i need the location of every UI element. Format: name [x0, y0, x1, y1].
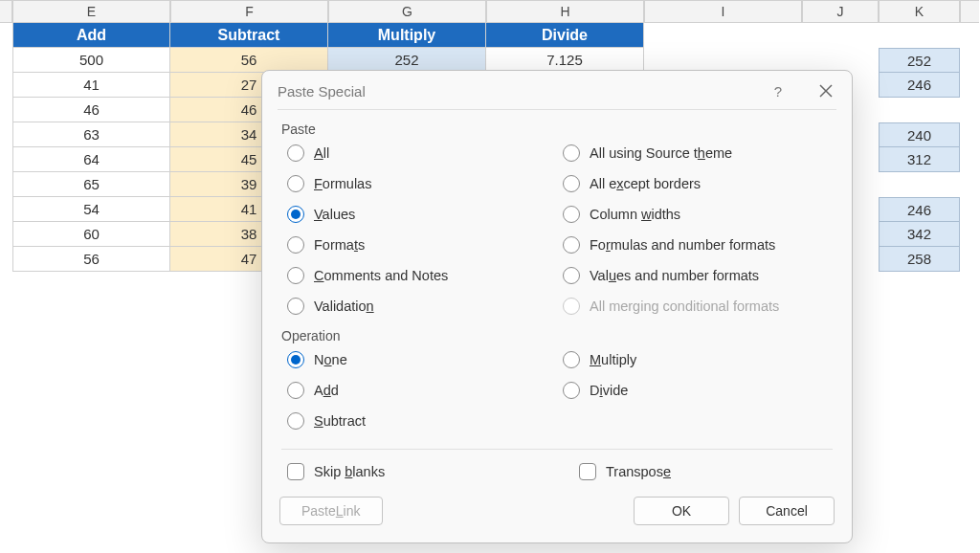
cancel-button[interactable]: Cancel — [739, 497, 835, 525]
checkbox-label: Transpose — [606, 464, 671, 479]
cell-k[interactable]: 246 — [879, 73, 960, 98]
opt-label: Formulas — [314, 176, 371, 191]
radio-icon — [563, 206, 580, 223]
radio-icon — [287, 298, 304, 315]
cell-e[interactable]: 500 — [12, 48, 170, 73]
cell-k[interactable]: 342 — [879, 222, 960, 247]
cell-e[interactable]: 41 — [12, 73, 170, 98]
col-header-g[interactable]: G — [328, 0, 486, 23]
opt-label: Add — [314, 383, 339, 398]
paste-special-dialog: Paste Special ? Paste All Formulas Value… — [261, 70, 853, 543]
radio-icon — [563, 236, 580, 254]
radio-icon — [287, 351, 304, 368]
cell-j-hdr[interactable] — [802, 23, 879, 48]
opt-none[interactable]: None — [281, 349, 557, 370]
opt-subtract[interactable]: Subtract — [281, 410, 557, 431]
opt-label: Divide — [590, 383, 628, 398]
cell-k[interactable]: 246 — [879, 197, 960, 222]
opt-values-numfmt[interactable]: Values and number formats — [557, 265, 833, 286]
paste-col-left: All Formulas Values Formats Comments and… — [281, 143, 557, 322]
col-header-i[interactable]: I — [644, 0, 802, 23]
hdr-multiply[interactable]: Multiply — [328, 23, 486, 48]
opt-label: Values and number formats — [590, 268, 759, 283]
edge — [0, 98, 12, 122]
paste-options-grid: All Formulas Values Formats Comments and… — [281, 143, 833, 322]
opt-merging-cond: All merging conditional formats — [557, 296, 833, 317]
cell-k[interactable]: 258 — [879, 247, 960, 272]
radio-icon — [563, 175, 580, 192]
opt-col-widths[interactable]: Column widths — [557, 204, 833, 225]
opt-label: Validation — [314, 299, 374, 314]
radio-icon — [287, 382, 304, 399]
cell-e[interactable]: 64 — [12, 147, 170, 172]
cell-k[interactable]: 252 — [879, 48, 960, 73]
edge — [0, 23, 12, 48]
opt-comments[interactable]: Comments and Notes — [281, 265, 557, 286]
hdr-divide[interactable]: Divide — [486, 23, 644, 48]
cell-k[interactable] — [879, 172, 960, 197]
radio-icon — [287, 267, 304, 284]
operation-section-label: Operation — [281, 328, 833, 343]
cell-k[interactable]: 240 — [879, 122, 960, 147]
edge — [0, 122, 12, 147]
col-header-j[interactable]: J — [802, 0, 879, 23]
radio-icon — [287, 144, 304, 162]
opt-formulas[interactable]: Formulas — [281, 173, 557, 194]
edge — [0, 147, 12, 172]
operation-options-grid: None Add Subtract Multiply Divide — [281, 349, 833, 437]
cell-e[interactable]: 60 — [12, 222, 170, 247]
dialog-titlebar: Paste Special ? — [262, 71, 852, 109]
hdr-subtract[interactable]: Subtract — [170, 23, 328, 48]
paste-col-right: All using Source theme All except border… — [557, 143, 833, 322]
opt-formulas-numfmt[interactable]: Formulas and number formats — [557, 234, 833, 255]
radio-icon — [563, 351, 580, 368]
radio-icon — [563, 382, 580, 399]
opt-all[interactable]: All — [281, 143, 557, 164]
opt-label: All — [314, 145, 329, 161]
cell-i-hdr[interactable] — [644, 23, 802, 48]
opt-except-borders[interactable]: All except borders — [557, 173, 833, 194]
column-headers-row: E F G H I J K — [0, 0, 979, 23]
opt-add[interactable]: Add — [281, 380, 557, 401]
col-header-edge-r — [960, 0, 979, 23]
edge — [0, 48, 12, 73]
ok-button[interactable]: OK — [634, 497, 729, 525]
col-header-e[interactable]: E — [12, 0, 170, 23]
opt-multiply[interactable]: Multiply — [557, 349, 833, 370]
op-col-right: Multiply Divide — [557, 349, 833, 437]
opt-label: Multiply — [590, 352, 636, 367]
radio-icon — [287, 412, 304, 430]
cell-k-hdr[interactable] — [879, 23, 960, 48]
col-header-h[interactable]: H — [486, 0, 644, 23]
opt-label: Subtract — [314, 413, 366, 429]
hdr-add[interactable]: Add — [12, 23, 170, 48]
opt-divide[interactable]: Divide — [557, 380, 833, 401]
op-col-left: None Add Subtract — [281, 349, 557, 437]
dialog-body: Paste All Formulas Values Formats Commen… — [262, 110, 852, 483]
cell-e[interactable]: 46 — [12, 98, 170, 122]
cell-e[interactable]: 54 — [12, 197, 170, 222]
help-button[interactable]: ? — [769, 83, 787, 100]
checkbox-label: Skip blanks — [314, 464, 385, 479]
opt-formats[interactable]: Formats — [281, 234, 557, 255]
cell-k[interactable]: 312 — [879, 147, 960, 172]
paste-link-button: Paste Link — [279, 497, 383, 525]
cell-k[interactable] — [879, 98, 960, 122]
edge — [0, 197, 12, 222]
opt-label: All except borders — [590, 176, 701, 191]
close-button[interactable] — [815, 80, 836, 101]
radio-icon — [287, 236, 304, 254]
cell-e[interactable]: 65 — [12, 172, 170, 197]
cell-e[interactable]: 56 — [12, 247, 170, 272]
skip-blanks-checkbox[interactable]: Skip blanks — [287, 463, 541, 480]
opt-label: Formats — [314, 237, 365, 253]
opt-src-theme[interactable]: All using Source theme — [557, 143, 833, 164]
radio-icon — [287, 175, 304, 192]
col-header-f[interactable]: F — [170, 0, 328, 23]
opt-label: All merging conditional formats — [590, 299, 779, 314]
opt-validation[interactable]: Validation — [281, 296, 557, 317]
cell-e[interactable]: 63 — [12, 122, 170, 147]
transpose-checkbox[interactable]: Transpose — [579, 463, 833, 480]
opt-values[interactable]: Values — [281, 204, 557, 225]
col-header-k[interactable]: K — [879, 0, 960, 23]
